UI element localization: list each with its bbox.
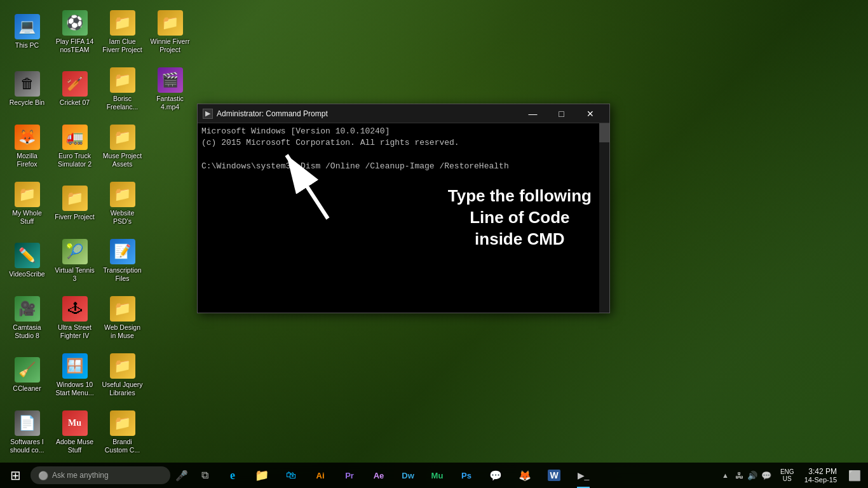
cmd-text-line1: Microsoft Windows [Version 10.0.10240]: [201, 126, 594, 137]
clock-time: 3:42 PM: [804, 467, 837, 476]
transcription-label: Transcription Files: [101, 266, 144, 282]
taskbar-clock[interactable]: 3:42 PM 14-Sep-15: [799, 467, 842, 484]
taskbar-app-premiere[interactable]: Pr: [336, 463, 363, 488]
taskbar-search[interactable]: ⚪ Ask me anything: [31, 466, 170, 484]
fiverr-project-label: Fiverr Project: [55, 213, 94, 221]
cmd-text-line2: (c) 2015 Microsoft Corporation. All righ…: [201, 137, 594, 149]
volume-icon[interactable]: 🔊: [747, 471, 757, 480]
desktop-icon-cricket07[interactable]: 🏏 Cricket 07: [51, 60, 98, 118]
cmd-window-controls: — □ ✕: [519, 104, 604, 123]
cmd-scrollbar-thumb: [599, 123, 609, 142]
task-view-icon: ⧉: [201, 470, 208, 481]
taskbar-app-dreamweaver[interactable]: Dw: [394, 463, 422, 488]
desktop-icon-website-psds[interactable]: 📁 Website PSD's: [98, 175, 146, 232]
taskbar-app-word[interactable]: W: [540, 463, 568, 488]
desktop-icon-softwares[interactable]: 📄 Softwares I should co...: [3, 403, 51, 461]
windows-logo-icon: ⊞: [10, 468, 21, 483]
desktop-icon-ccleaner[interactable]: 🧹 CCleaner: [3, 346, 51, 403]
cricket07-icon: 🏏: [62, 71, 88, 97]
desktop-icon-euro-truck[interactable]: 🚛 Euro Truck Simulator 2: [51, 118, 98, 175]
cmd-close-button[interactable]: ✕: [576, 104, 604, 123]
desktop-icon-firefox[interactable]: 🦊 Mozilla Firefox: [3, 118, 51, 175]
cmd-tb-icon: ▶_: [578, 470, 590, 480]
show-hidden-icons-button[interactable]: ▲: [722, 471, 729, 479]
edge-icon: e: [230, 469, 235, 482]
desktop-icon-ultra-street[interactable]: 🕹 Ultra Street Fighter IV: [51, 289, 98, 346]
dreamweaver-icon: Dw: [402, 471, 414, 480]
camtasia-icon: 🎥: [15, 296, 40, 322]
desktop-icon-iam-clue[interactable]: 📁 Iam Clue Fiverr Project: [98, 3, 146, 60]
borisc-icon: 📁: [110, 67, 135, 93]
desktop-icon-web-design-muse[interactable]: 📁 Web Design in Muse: [98, 289, 146, 346]
softwares-label: Softwares I should co...: [6, 438, 48, 454]
action-center-icon[interactable]: 💬: [761, 471, 771, 480]
desktop-icon-transcription[interactable]: 📝 Transcription Files: [98, 232, 146, 289]
taskbar-app-photoshop[interactable]: Ps: [452, 463, 480, 488]
desktop-icon-borisc[interactable]: 📁 Borisc Freelanc...: [98, 60, 146, 118]
recycle-bin-label: Recycle Bin: [10, 98, 44, 107]
desktop-icon-muse-project[interactable]: 📁 Muse Project Assets: [98, 118, 146, 175]
action-center-button[interactable]: ⬜: [844, 463, 865, 488]
desktop-icon-camtasia[interactable]: 🎥 Camtasia Studio 8: [3, 289, 51, 346]
ultra-street-label: Ultra Street Fighter IV: [53, 323, 96, 339]
cmd-scrollbar[interactable]: [599, 123, 609, 313]
taskbar-app-edge[interactable]: e: [219, 463, 247, 488]
adobe-muse-label: Adobe Muse Stuff: [53, 438, 96, 454]
desktop-icon-this-pc[interactable]: 💻 This PC: [3, 3, 51, 60]
cmd-maximize-button[interactable]: □: [547, 104, 576, 123]
desktop-icon-winnie-fiverr[interactable]: 📁 Winnie Fiverr Project: [146, 3, 194, 60]
euro-truck-icon: 🚛: [62, 125, 88, 150]
brandi-custom-label: Brandi Custom C...: [101, 438, 144, 454]
search-placeholder-text: Ask me anything: [52, 471, 109, 480]
virtual-tennis-label: Virtual Tennis 3: [53, 266, 96, 282]
ccleaner-label: CCleaner: [13, 384, 41, 393]
taskbar-app-firefox-tb[interactable]: 🦊: [511, 463, 539, 488]
cmd-title-text: Administrator: Command Prompt: [217, 109, 519, 118]
desktop-icon-windows10-start[interactable]: 🪟 Windows 10 Start Menu...: [51, 346, 98, 403]
cortana-microphone-button[interactable]: 🎤: [170, 463, 193, 488]
cmd-titlebar: ▶ Administrator: Command Prompt — □ ✕: [198, 104, 609, 123]
desktop-icon-videoscribe[interactable]: ✏️ VideoScribe: [3, 232, 51, 289]
taskbar: ⊞ ⚪ Ask me anything 🎤 ⧉ e 📁 🛍 Ai Pr Ae: [0, 463, 868, 488]
network-icon[interactable]: 🖧: [735, 471, 743, 480]
my-whole-stuff-label: My Whole Stuff: [6, 209, 48, 225]
brandi-custom-icon: 📁: [110, 410, 135, 436]
clock-date: 14-Sep-15: [804, 476, 837, 484]
borisc-label: Borisc Freelanc...: [101, 95, 144, 111]
fantastic4-label: Fantastic 4.mp4: [149, 95, 191, 111]
this-pc-label: This PC: [15, 41, 39, 50]
cmd-body[interactable]: Microsoft Windows [Version 10.0.10240] (…: [198, 123, 609, 313]
after-effects-icon: Ae: [374, 471, 384, 480]
task-view-button[interactable]: ⧉: [193, 463, 216, 488]
desktop-icon-brandi-custom[interactable]: 📁 Brandi Custom C...: [98, 403, 146, 461]
desktop-icon-adobe-muse[interactable]: Mu Adobe Muse Stuff: [51, 403, 98, 461]
desktop-icon-play-fifa[interactable]: ⚽ Play FIFA 14 nosTEAM: [51, 3, 98, 60]
cmd-minimize-button[interactable]: —: [519, 104, 547, 123]
taskbar-app-store[interactable]: 🛍: [277, 463, 305, 488]
photoshop-icon: Ps: [461, 471, 471, 480]
desktop-icon-fiverr-project[interactable]: 📁 Fiverr Project: [51, 175, 98, 232]
camtasia-label: Camtasia Studio 8: [6, 323, 48, 339]
desktop-icon-fantastic4[interactable]: 🎬 Fantastic 4.mp4: [146, 60, 194, 118]
softwares-icon: 📄: [15, 410, 40, 436]
taskbar-app-cmd[interactable]: ▶_: [569, 463, 597, 488]
firefox-tb-icon: 🦊: [519, 470, 531, 482]
desktop-icon-recycle-bin[interactable]: 🗑 Recycle Bin: [3, 60, 51, 118]
taskbar-app-file-explorer[interactable]: 📁: [248, 463, 276, 488]
taskbar-pinned-apps: e 📁 🛍 Ai Pr Ae Dw Mu Ps 💬 🦊: [216, 463, 722, 488]
file-explorer-icon: 📁: [255, 468, 269, 482]
taskbar-app-skype[interactable]: 💬: [482, 463, 510, 488]
microphone-icon: 🎤: [175, 470, 188, 482]
taskbar-app-muse[interactable]: Mu: [423, 463, 451, 488]
desktop-icon-useful-jquery[interactable]: 📁 Useful Jquery Libraries: [98, 346, 146, 403]
taskbar-app-illustrator[interactable]: Ai: [306, 463, 334, 488]
firefox-icon: 🦊: [15, 125, 40, 150]
language-indicator[interactable]: ENG US: [778, 468, 797, 482]
ultra-street-icon: 🕹: [62, 296, 88, 322]
desktop-icon-virtual-tennis[interactable]: 🎾 Virtual Tennis 3: [51, 232, 98, 289]
search-icon: ⚪: [38, 471, 48, 480]
play-fifa-icon: ⚽: [62, 10, 88, 36]
taskbar-app-after-effects[interactable]: Ae: [365, 463, 393, 488]
start-button[interactable]: ⊞: [0, 463, 31, 488]
desktop-icon-my-whole-stuff[interactable]: 📁 My Whole Stuff: [3, 175, 51, 232]
